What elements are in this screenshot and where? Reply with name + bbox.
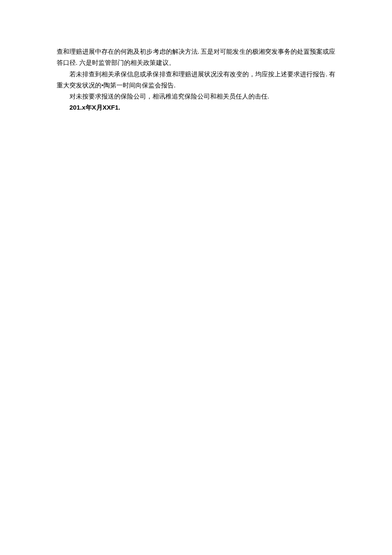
paragraph-3: 对未按要求报送的保险公司，相讯稚追究保险公司和相关员任人的击任. (57, 91, 335, 102)
document-body: 查和理赔进展中存在的何跑及初步考虑的解决方法. 五是对可能发生的极湘突发事务的处… (57, 46, 335, 113)
paragraph-2: 若未排查到相关承保信息或承保排查和理赔进展状况没有改变的，均应按上述要求进行报告… (57, 69, 335, 91)
paragraph-1: 查和理赔进展中存在的何跑及初步考虑的解决方法. 五是对可能发生的极湘突发事务的处… (57, 46, 335, 69)
date-line: 201.x年X月XXF1. (57, 102, 335, 113)
